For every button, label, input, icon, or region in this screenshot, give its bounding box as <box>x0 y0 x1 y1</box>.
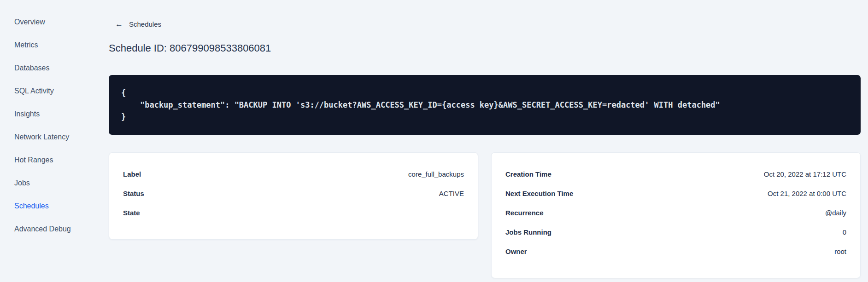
sidebar-item-network-latency[interactable]: Network Latency <box>0 126 90 149</box>
code-line: "backup_statement": "BACKUP INTO 's3://b… <box>121 99 848 111</box>
schedule-definition-code-block: { "backup_statement": "BACKUP INTO 's3:/… <box>109 75 861 135</box>
schedule-details-page: Overview Metrics Databases SQL Activity … <box>0 0 868 282</box>
row-value: root <box>834 247 846 255</box>
row-label: Creation Time <box>505 170 551 178</box>
detail-row-recurrence: Recurrence @daily <box>505 203 846 222</box>
row-label: Owner <box>505 247 527 255</box>
sidebar-item-overview[interactable]: Overview <box>0 11 90 34</box>
row-value: Oct 20, 2022 at 17:12 UTC <box>764 170 846 178</box>
detail-row-state: State <box>123 203 464 222</box>
row-value: 0 <box>843 228 846 236</box>
detail-row-next-execution-time: Next Execution Time Oct 21, 2022 at 0:00… <box>505 184 846 203</box>
sidebar-item-databases[interactable]: Databases <box>0 57 90 80</box>
back-arrow-icon: ← <box>115 20 123 28</box>
detail-row-label: Label core_full_backups <box>123 164 464 184</box>
row-value: @daily <box>825 209 846 217</box>
row-label: Recurrence <box>505 209 544 217</box>
row-value: ACTIVE <box>439 190 464 197</box>
sidebar-item-metrics[interactable]: Metrics <box>0 34 90 57</box>
page-title: Schedule ID: 806799098533806081 <box>109 41 861 55</box>
back-link-label: Schedules <box>129 20 161 28</box>
label-status-state-card: Label core_full_backups Status ACTIVE St… <box>109 152 478 240</box>
row-label: Next Execution Time <box>505 190 573 197</box>
sidebar-item-insights[interactable]: Insights <box>0 103 90 126</box>
row-label: Status <box>123 190 144 197</box>
sidebar-item-hot-ranges[interactable]: Hot Ranges <box>0 149 90 172</box>
sidebar-item-advanced-debug[interactable]: Advanced Debug <box>0 218 90 241</box>
sidebar-nav: Overview Metrics Databases SQL Activity … <box>0 11 90 241</box>
row-label: Label <box>123 170 141 178</box>
detail-row-creation-time: Creation Time Oct 20, 2022 at 17:12 UTC <box>505 164 846 184</box>
detail-row-jobs-running: Jobs Running 0 <box>505 222 846 242</box>
detail-row-owner: Owner root <box>505 242 846 261</box>
row-value: core_full_backups <box>408 170 464 178</box>
row-label: Jobs Running <box>505 228 551 236</box>
code-line: { <box>121 87 848 99</box>
sidebar-item-schedules[interactable]: Schedules <box>0 195 90 218</box>
detail-row-status: Status ACTIVE <box>123 184 464 203</box>
back-to-schedules-link[interactable]: ← Schedules <box>115 18 161 29</box>
sidebar-item-sql-activity[interactable]: SQL Activity <box>0 80 90 103</box>
main-content: ← Schedules Schedule ID: 806799098533806… <box>109 0 861 278</box>
summary-cards-row: Label core_full_backups Status ACTIVE St… <box>109 152 861 278</box>
code-line: } <box>121 111 848 123</box>
sidebar-item-jobs[interactable]: Jobs <box>0 172 90 195</box>
schedule-meta-card: Creation Time Oct 20, 2022 at 17:12 UTC … <box>491 152 861 278</box>
row-value: Oct 21, 2022 at 0:00 UTC <box>768 190 846 197</box>
row-label: State <box>123 209 140 217</box>
